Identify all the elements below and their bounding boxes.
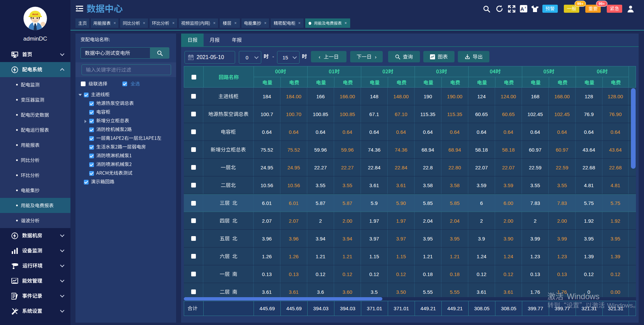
svg-text:Acrel: Acrel [32, 13, 38, 15]
svg-text:A: A [521, 6, 524, 12]
svg-text:x: x [525, 6, 526, 9]
